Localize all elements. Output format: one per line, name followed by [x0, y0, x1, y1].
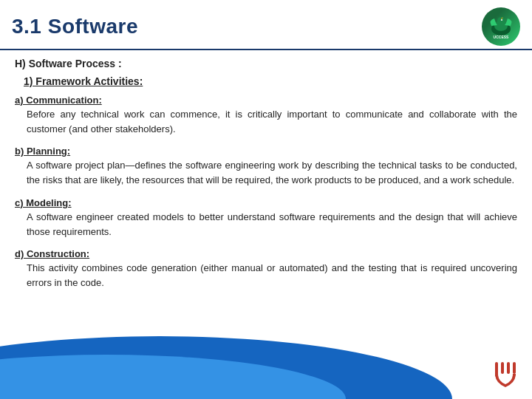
bottom-right-icon — [489, 361, 522, 393]
logo: UCCESS — [482, 7, 520, 46]
activity-communication: a) Communication: Before any technical w… — [15, 95, 517, 137]
svg-point-2 — [497, 17, 505, 24]
activity-construction: d) Construction: This activity combines … — [15, 248, 517, 290]
logo-icon: UCCESS — [487, 13, 515, 41]
activity-a-text: Before any technical work can commence, … — [27, 107, 517, 137]
activity-a-label: a) Communication: — [15, 95, 517, 106]
page-title: 3.1 Software — [12, 15, 138, 38]
activity-c-label: c) Modeling: — [15, 197, 517, 208]
activity-modeling: c) Modeling: A software engineer created… — [15, 197, 517, 239]
bottom-icon-svg — [489, 361, 522, 393]
page-header: 3.1 Software UCCESS — [0, 0, 532, 50]
bottom-decoration — [0, 336, 532, 399]
activity-planning: b) Planning: A software project plan—def… — [15, 146, 517, 188]
activity-b-text: A software project plan—defines the soft… — [27, 158, 517, 188]
svg-rect-7 — [507, 362, 510, 374]
section-heading: H) Software Process : — [15, 58, 517, 69]
activity-d-label: d) Construction: — [15, 248, 517, 259]
svg-rect-8 — [513, 362, 516, 374]
sub-heading: 1) Framework Activities: — [24, 75, 517, 87]
svg-rect-6 — [501, 362, 504, 374]
svg-point-3 — [501, 19, 502, 21]
svg-text:UCCESS: UCCESS — [494, 35, 510, 39]
activity-c-text: A software engineer created models to be… — [27, 210, 517, 239]
activity-d-text: This activity combines code generation (… — [27, 261, 517, 290]
main-content: H) Software Process : 1) Framework Activ… — [0, 50, 532, 307]
activity-b-label: b) Planning: — [15, 146, 517, 157]
